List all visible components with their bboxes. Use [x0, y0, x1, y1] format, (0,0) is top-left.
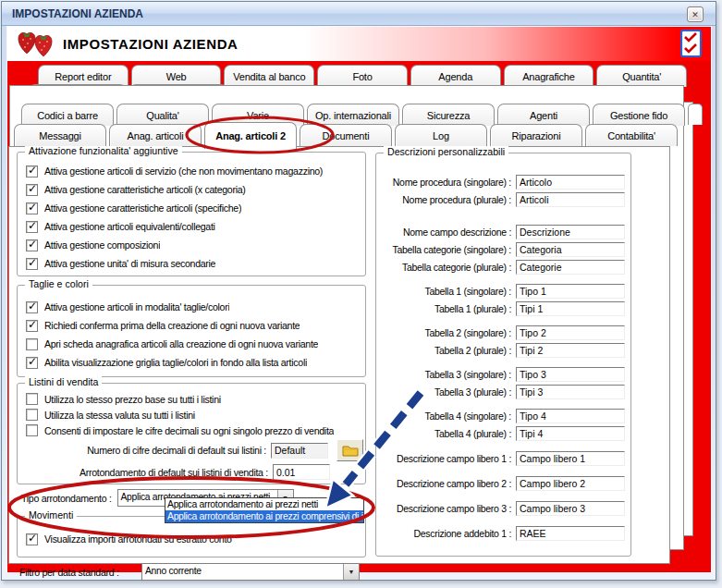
tab[interactable]: Anagrafiche — [504, 65, 594, 87]
field-input[interactable] — [516, 476, 625, 491]
field-input[interactable] — [516, 501, 625, 516]
field-input[interactable] — [516, 175, 625, 190]
checkbox-row[interactable]: Utilizza lo stesso prezzo base su tutti … — [23, 391, 363, 407]
checkbox-row[interactable]: Attiva gestione composizioni — [23, 236, 363, 254]
field-label: Tabella 4 (singolare) : — [378, 410, 516, 422]
tab[interactable]: Foto — [317, 65, 408, 87]
field-row: Descrizione addebito 1 : — [378, 524, 625, 542]
checkbox[interactable] — [26, 357, 38, 369]
field-row: Tabella categorie (singolare) : — [378, 240, 625, 258]
checkbox[interactable] — [26, 301, 38, 313]
field-input[interactable] — [516, 325, 625, 340]
decimali-row: Numero di cifre decimali di default sui … — [23, 438, 363, 462]
tab[interactable]: Sicurezza — [402, 104, 495, 126]
checkbox-row[interactable]: Attiva gestione caratteristiche articoli… — [23, 180, 363, 199]
tab[interactable]: Quantita' — [596, 65, 687, 87]
checkbox-row[interactable]: Visualizza importi arrotondati su estrat… — [23, 532, 363, 546]
tab-label: Riparazioni — [512, 130, 561, 141]
checkbox[interactable] — [26, 258, 38, 270]
dropdown-option[interactable]: Applica arrotondamento ai prezzi compren… — [165, 510, 363, 522]
field-input[interactable] — [516, 242, 625, 257]
field-row: Descrizione campo libero 3 : — [378, 499, 625, 517]
checkbox[interactable] — [26, 165, 38, 178]
tab[interactable]: Documenti — [300, 124, 392, 146]
dropdown-option[interactable]: Applica arrotondamento ai prezzi netti — [165, 498, 363, 510]
field-row: Tabella 3 (plurale) : — [378, 383, 625, 400]
field-label: Tabella 4 (plurale) : — [378, 428, 516, 439]
field-label: Descrizione campo libero 3 : — [378, 503, 516, 514]
checkbox-label: Attiva gestione caratteristiche articoli… — [44, 184, 246, 195]
tab[interactable]: Log — [395, 124, 487, 146]
field-label: Descrizione campo libero 1 : — [378, 453, 516, 464]
checkbox[interactable] — [26, 184, 38, 196]
attivazione-rows: Attiva gestione articoli di servizio (ch… — [23, 162, 363, 273]
arrotondamento-input[interactable] — [273, 464, 330, 480]
field-label: Tabella categorie (singolare) : — [378, 244, 516, 255]
field-input[interactable] — [516, 367, 625, 382]
tab[interactable]: Anag. articoli 2 — [204, 122, 297, 149]
checkbox[interactable] — [26, 221, 38, 233]
checkbox[interactable] — [26, 202, 38, 214]
group-title: Listini di vendita — [25, 376, 102, 387]
checkbox-row[interactable]: Attiva gestione caratteristiche articoli… — [23, 199, 363, 217]
window-frame: IMPOSTAZIONI AZIENDA ✕ IMPO — [1, 1, 716, 581]
combobox-value: Anno corrente — [142, 564, 343, 580]
checkbox[interactable] — [26, 424, 38, 436]
checkbox[interactable] — [26, 393, 38, 405]
tab[interactable]: Codici a barre — [21, 104, 114, 126]
checkbox-row[interactable]: Attiva gestione articoli di servizio (ch… — [23, 162, 363, 180]
checklist-icon[interactable] — [679, 30, 703, 58]
checkbox-row[interactable]: Utilizza la stessa valuta su tutti i lis… — [23, 407, 363, 423]
checkbox-row[interactable]: Attiva gestione unita' di misura seconda… — [23, 254, 363, 273]
checkbox[interactable] — [26, 239, 38, 251]
tab[interactable]: Agenti — [497, 104, 590, 126]
tab[interactable]: Op. internazionali — [307, 104, 399, 126]
field-row: Descrizione campo libero 1 : — [378, 449, 625, 467]
tab[interactable]: Gestione fido — [593, 104, 685, 126]
tab[interactable]: Vendita al banco — [224, 65, 314, 87]
field-input[interactable] — [516, 343, 625, 358]
checkbox-row[interactable]: Attiva gestione articoli in modalita' ta… — [23, 298, 363, 316]
checkbox[interactable] — [26, 338, 38, 350]
field-label: Tabella 1 (singolare) : — [378, 286, 516, 297]
field-input[interactable] — [516, 385, 625, 399]
field-input[interactable] — [516, 260, 625, 275]
field-input[interactable] — [516, 426, 625, 441]
field-input[interactable] — [516, 451, 625, 466]
checkbox-row[interactable]: Apri scheda anagrafica articoli alla cre… — [23, 335, 363, 353]
tab[interactable]: Contabilita' — [585, 124, 678, 146]
decimali-input[interactable] — [271, 443, 328, 459]
field-input[interactable] — [516, 284, 625, 299]
checkbox-label: Abilita visualizzazione griglia taglie/c… — [44, 357, 307, 368]
field-input[interactable] — [516, 409, 625, 423]
field-input[interactable] — [516, 526, 625, 541]
checkbox[interactable] — [26, 320, 38, 332]
tab-label: Web — [166, 71, 187, 82]
checkbox[interactable] — [26, 409, 38, 421]
folder-button[interactable] — [337, 439, 363, 461]
descrizioni-group: Descrizioni personalizzabili Nome proced… — [375, 153, 631, 557]
checkbox-row[interactable]: Richiedi conferma prima della creazione … — [23, 316, 363, 335]
field-input[interactable] — [516, 225, 625, 239]
tab-label: Anag. articoli 2 — [215, 130, 286, 141]
attivazione-group: Attivazione funzionalita' aggiuntive Att… — [17, 152, 366, 276]
screenshot-root: IMPOSTAZIONI AZIENDA ✕ IMPO — [0, 0, 722, 588]
filtro-data-combobox[interactable]: Anno corrente ▼ — [141, 563, 360, 581]
field-input[interactable] — [516, 192, 625, 207]
tab[interactable]: Agenda — [410, 65, 501, 87]
checkbox-row[interactable]: Attiva gestione articoli equivalenti/col… — [23, 217, 363, 236]
chevron-down-icon[interactable]: ▼ — [343, 564, 359, 580]
tab[interactable]: Qualita' — [116, 104, 209, 126]
checkbox-row[interactable]: Abilita visualizzazione griglia taglie/c… — [23, 353, 363, 372]
field-input[interactable] — [516, 301, 625, 316]
close-icon[interactable]: ✕ — [687, 6, 704, 22]
checkbox-row[interactable]: Consenti di impostare le cifre decimali … — [23, 423, 363, 438]
tab-label: Contabilita' — [607, 130, 655, 141]
field-row: Nome procedura (plurale) : — [378, 190, 625, 208]
checkbox[interactable] — [26, 533, 38, 545]
tab[interactable]: Messaggi — [14, 124, 106, 146]
field-label: Descrizione campo libero 2 : — [378, 478, 516, 489]
tab-row-3: Codici a barreQualita'VarieOp. internazi… — [21, 104, 685, 126]
tab[interactable]: Riparazioni — [490, 124, 582, 146]
tab[interactable]: Anag. articoli — [109, 124, 202, 146]
